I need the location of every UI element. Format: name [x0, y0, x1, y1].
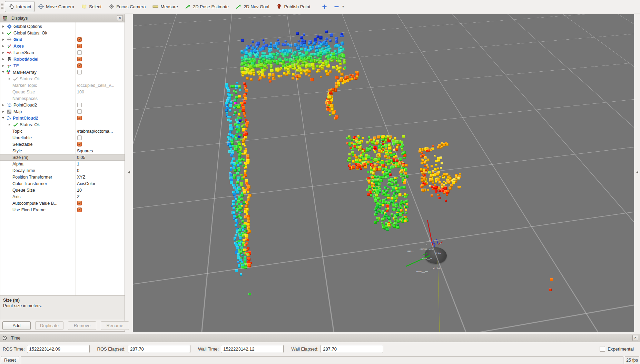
expand-arrow-icon[interactable]	[2, 65, 4, 67]
display-row-autocompute-value-b-[interactable]: Autocompute Value B...✓	[0, 200, 125, 206]
property-value[interactable]: 0	[77, 168, 79, 173]
enable-checkbox[interactable]: ✓	[77, 201, 82, 205]
display-row-pointcloud2[interactable]: PointCloud2✓	[0, 115, 125, 121]
enable-checkbox[interactable]: ✓	[77, 142, 82, 146]
tf-frame-label: cam__	[407, 250, 414, 252]
expand-arrow-icon[interactable]	[2, 39, 4, 41]
property-value[interactable]: /rtabmap/octoma...	[77, 129, 113, 134]
property-value[interactable]: AxisColor	[77, 181, 96, 186]
collapse-right-panel-arrow[interactable]	[636, 171, 638, 174]
tool-focus-camera[interactable]: Focus Camera	[105, 1, 149, 12]
display-row-markerarray[interactable]: MarkerArray	[0, 69, 125, 75]
rename-button: Rename	[101, 321, 129, 330]
tool-publish-point[interactable]: Publish Point	[273, 1, 314, 12]
display-row-queue-size[interactable]: Queue Size100	[0, 89, 125, 95]
time-panel-titlebar[interactable]: Time ✕	[0, 334, 640, 342]
display-row-decay-time[interactable]: Decay Time0	[0, 167, 125, 174]
display-row-status-ok[interactable]: Status: Ok	[0, 75, 125, 82]
experimental-checkbox[interactable]	[600, 346, 605, 352]
enable-checkbox[interactable]	[77, 135, 82, 140]
viewport-3d[interactable]: cam___bpress__gyro_fi_linkbase___ot__el_…	[133, 14, 634, 332]
display-row-pointcloud2[interactable]: PointCloud2	[0, 102, 125, 108]
expand-arrow-icon[interactable]	[2, 52, 4, 54]
enable-checkbox[interactable]	[77, 70, 82, 74]
expand-arrow-icon[interactable]	[2, 104, 4, 106]
expand-arrow-icon[interactable]	[2, 111, 4, 113]
wall-elapsed-input[interactable]: 287.70	[321, 345, 383, 353]
display-row-unreliable[interactable]: Unreliable	[0, 134, 125, 141]
enable-checkbox[interactable]	[77, 50, 82, 55]
reset-button[interactable]: Reset	[1, 356, 19, 364]
enable-checkbox[interactable]	[77, 109, 82, 114]
display-row-marker-topic[interactable]: Marker Topic/occupied_cells_v...	[0, 82, 125, 89]
display-row-topic[interactable]: Topic/rtabmap/octoma...	[0, 128, 125, 134]
expand-arrow-icon[interactable]	[2, 45, 4, 47]
collapse-arrow-icon[interactable]	[2, 71, 4, 73]
tool-nav-goal[interactable]: 2D Nav Goal	[232, 1, 273, 12]
display-row-position-transformer[interactable]: Position TransformerXYZ	[0, 174, 125, 180]
displays-tree: Global OptionsGlobal Status: OkGrid✓Axes…	[0, 22, 125, 295]
tool-select[interactable]: Select	[78, 1, 105, 12]
property-value[interactable]: 1	[77, 162, 79, 166]
tool-measure[interactable]: Measure	[149, 1, 181, 12]
close-icon[interactable]: ✕	[632, 335, 638, 341]
display-row-robotmodel[interactable]: RobotModel✓	[0, 56, 125, 62]
display-row-selectable[interactable]: Selectable✓	[0, 141, 125, 148]
expand-arrow-icon[interactable]	[2, 58, 4, 60]
tool-pose-estimate[interactable]: 2D Pose Estimate	[181, 1, 232, 12]
display-row-queue-size[interactable]: Queue Size10	[0, 187, 125, 193]
property-value[interactable]: Squares	[77, 149, 93, 153]
enable-checkbox[interactable]: ✓	[77, 37, 82, 42]
display-label: Queue Size	[12, 188, 35, 193]
display-row-map[interactable]: Map	[0, 108, 125, 115]
property-value[interactable]: 10	[77, 188, 82, 193]
display-row-global-status-ok[interactable]: Global Status: Ok	[0, 30, 125, 36]
tool-add-tool[interactable]	[318, 2, 331, 11]
display-row-namespaces[interactable]: Namespaces	[0, 95, 125, 102]
display-row-axis[interactable]: AxisZ	[0, 193, 125, 200]
enable-checkbox[interactable]	[77, 103, 82, 107]
property-value[interactable]: 0.05	[77, 155, 85, 160]
collapse-left-panel-arrow[interactable]	[128, 171, 130, 174]
add-button[interactable]: Add	[2, 321, 31, 330]
expand-arrow-icon[interactable]	[9, 124, 10, 126]
property-value[interactable]: /occupied_cells_v...	[77, 83, 114, 88]
display-row-grid[interactable]: Grid✓	[0, 36, 125, 43]
experimental-toggle[interactable]: Experimental	[600, 346, 634, 352]
collapse-arrow-icon[interactable]	[2, 117, 4, 119]
display-row-status-ok[interactable]: Status: Ok	[0, 121, 125, 128]
display-row-style[interactable]: StyleSquares	[0, 148, 125, 154]
display-label: Unreliable	[12, 135, 32, 140]
expand-arrow-icon[interactable]	[2, 32, 4, 34]
tool-move-camera[interactable]: Move Camera	[35, 1, 78, 12]
tool-interact[interactable]: Interact	[5, 1, 35, 12]
display-row-alpha[interactable]: Alpha1	[0, 161, 125, 167]
enable-checkbox[interactable]: ✓	[77, 116, 82, 120]
enable-checkbox[interactable]: ✓	[77, 208, 82, 212]
property-value[interactable]: 100	[77, 90, 84, 94]
enable-checkbox[interactable]: ✓	[77, 44, 82, 48]
display-row-laserscan[interactable]: LaserScan	[0, 49, 125, 56]
expand-arrow-icon[interactable]	[2, 26, 4, 28]
enable-checkbox[interactable]: ✓	[77, 63, 82, 68]
display-row-color-transformer[interactable]: Color TransformerAxisColor	[0, 180, 125, 187]
displays-panel-titlebar[interactable]: Displays ✕	[0, 14, 125, 22]
display-row-size-m-[interactable]: Size (m)0.05	[0, 154, 125, 161]
tool-remove-tool[interactable]: ▾	[331, 2, 347, 11]
ros-time-input[interactable]: 1522223142.09	[27, 345, 90, 353]
display-row-global-options[interactable]: Global Options	[0, 23, 125, 30]
cloud-icon	[6, 115, 11, 121]
property-value[interactable]: XYZ	[77, 175, 85, 180]
display-row-tf[interactable]: TF✓	[0, 62, 125, 69]
display-row-axes[interactable]: Axes✓	[0, 43, 125, 49]
chevron-down-icon[interactable]: ▾	[342, 5, 344, 8]
close-icon[interactable]: ✕	[117, 15, 123, 21]
property-value[interactable]: Z	[77, 194, 80, 199]
toolbar-drag-handle[interactable]	[1, 3, 3, 10]
enable-checkbox[interactable]: ✓	[77, 57, 82, 61]
expand-arrow-icon[interactable]	[9, 78, 10, 80]
display-label: Decay Time	[12, 168, 35, 173]
wall-time-input[interactable]: 1522223142.12	[221, 345, 284, 353]
ros-elapsed-input[interactable]: 287.78	[128, 345, 190, 353]
display-row-use-fixed-frame[interactable]: Use Fixed Frame✓	[0, 206, 125, 213]
